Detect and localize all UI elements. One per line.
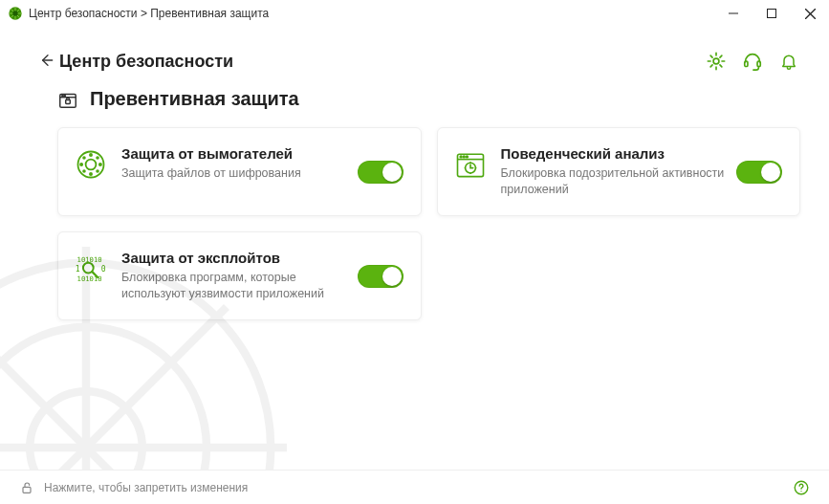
svg-point-38 [460, 156, 462, 158]
svg-text:101010: 101010 [77, 274, 102, 282]
svg-line-15 [0, 307, 227, 470]
svg-rect-7 [768, 10, 776, 18]
svg-point-24 [64, 95, 65, 96]
card-behavioral[interactable]: Поведенческий анализ Блокировка подозрит… [437, 127, 801, 216]
window-title: Центр безопасности > Превентивная защита [29, 7, 269, 20]
svg-point-29 [89, 172, 93, 176]
lock-open-icon[interactable] [19, 480, 34, 495]
toggle-ransomware[interactable] [358, 161, 404, 184]
svg-point-28 [89, 153, 93, 157]
window-titlebar: Центр безопасности > Превентивная защита [0, 0, 829, 27]
section-heading: Превентивная защита [0, 82, 829, 127]
toggle-exploit[interactable] [358, 265, 404, 288]
page-header: Центр безопасности [0, 27, 829, 82]
svg-point-34 [82, 169, 86, 173]
svg-rect-19 [745, 61, 748, 67]
svg-point-40 [466, 156, 468, 158]
card-exploit[interactable]: 101010 101010 1 0 Защита от эксплойтов Б… [57, 231, 422, 320]
back-arrow-icon[interactable] [38, 53, 54, 71]
help-icon[interactable] [793, 479, 810, 496]
settings-gear-icon[interactable] [705, 50, 728, 73]
preventive-protection-icon [57, 89, 78, 110]
card-exploit-title: Защита от эксплойтов [121, 250, 348, 266]
toggle-behavioral[interactable] [736, 161, 782, 184]
svg-point-32 [82, 156, 86, 160]
svg-point-54 [800, 490, 801, 491]
svg-point-33 [96, 156, 99, 160]
svg-point-31 [98, 163, 102, 166]
svg-point-11 [0, 327, 207, 470]
window-maximize-button[interactable] [753, 0, 791, 27]
svg-point-23 [62, 95, 63, 96]
app-logo-icon [8, 6, 23, 21]
svg-point-12 [30, 391, 142, 470]
svg-point-18 [713, 58, 719, 64]
card-ransomware[interactable]: Защита от вымогателей Защита файлов от ш… [57, 127, 422, 216]
notifications-bell-icon[interactable] [777, 50, 800, 73]
svg-point-39 [463, 156, 465, 158]
support-headset-icon[interactable] [741, 50, 764, 73]
svg-point-5 [12, 11, 17, 15]
window-close-button[interactable] [791, 0, 829, 27]
svg-point-30 [79, 163, 83, 166]
ransomware-shield-icon [74, 147, 108, 182]
card-behavioral-title: Поведенческий анализ [501, 145, 728, 162]
section-title-text: Превентивная защита [90, 88, 299, 110]
svg-line-16 [0, 307, 227, 470]
svg-text:1: 1 [76, 263, 80, 273]
svg-rect-25 [66, 99, 71, 103]
card-ransomware-desc: Защита файлов от шифрования [121, 165, 348, 182]
footer-bar: Нажмите, чтобы запретить изменения [0, 470, 829, 504]
card-behavioral-desc: Блокировка подозрительной активности при… [501, 165, 728, 198]
exploit-protection-icon: 101010 101010 1 0 [74, 252, 108, 286]
svg-point-35 [96, 169, 99, 173]
card-exploit-desc: Блокировка программ, которые используют … [121, 270, 348, 302]
card-ransomware-title: Защита от вымогателей [121, 145, 348, 162]
footer-hint[interactable]: Нажмите, чтобы запретить изменения [44, 481, 248, 494]
svg-rect-52 [23, 487, 31, 493]
behavioral-analysis-icon [453, 147, 488, 182]
cards-grid: Защита от вымогателей Защита файлов от ш… [0, 127, 829, 320]
svg-point-27 [86, 160, 97, 170]
window-minimize-button[interactable] [714, 0, 753, 27]
svg-rect-20 [757, 61, 760, 67]
svg-text:0: 0 [101, 263, 106, 273]
breadcrumb-back-label[interactable]: Центр безопасности [59, 52, 233, 72]
